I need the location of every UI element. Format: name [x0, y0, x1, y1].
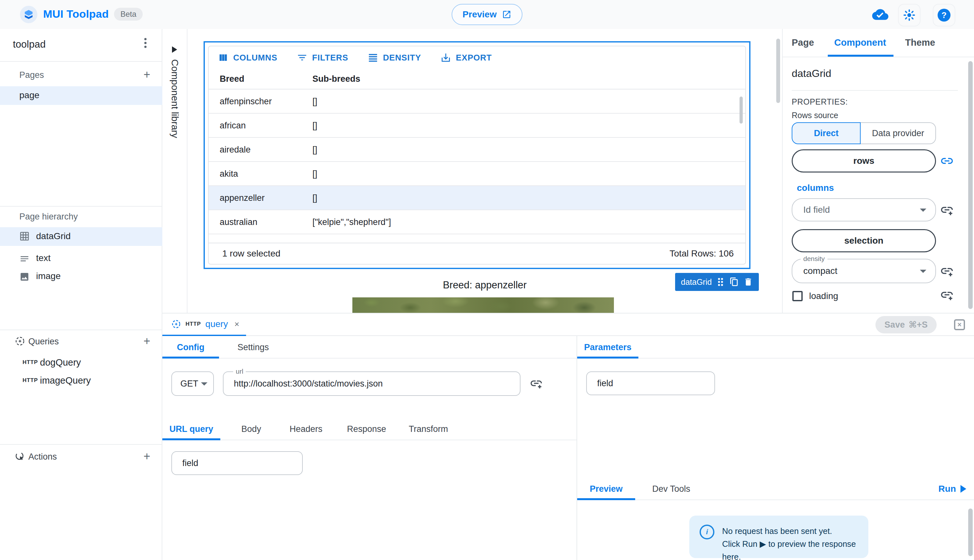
theme-toggle-button[interactable]: [898, 4, 921, 27]
grid-icon: [19, 231, 30, 242]
component-name-heading: dataGrid: [792, 68, 831, 80]
close-tab-icon[interactable]: ×: [234, 319, 239, 329]
chevron-down-icon: [920, 208, 926, 212]
add-page-button[interactable]: +: [140, 68, 153, 81]
tab-query[interactable]: HTTP query ×: [162, 313, 246, 336]
sidebar-item-text[interactable]: text: [0, 250, 162, 267]
tab-transform[interactable]: Transform: [402, 418, 455, 440]
add-action-button[interactable]: +: [140, 450, 153, 463]
export-button[interactable]: EXPORT: [440, 52, 492, 63]
active-tab-indicator: [162, 438, 220, 440]
add-binding-icon[interactable]: [530, 377, 543, 390]
http-query-icon: [171, 319, 181, 329]
inspector-scrollbar[interactable]: [968, 61, 973, 309]
tab-settings[interactable]: Settings: [231, 336, 276, 358]
sidebar-item-image[interactable]: image: [0, 268, 162, 285]
rows-source-direct-button[interactable]: Direct: [792, 122, 860, 144]
datagrid-component[interactable]: COLUMNS FILTERS DENSITY EXPORT Breed Sub…: [208, 46, 746, 265]
columns-editor-link[interactable]: columns: [797, 183, 834, 193]
selection-binding-button[interactable]: selection: [792, 229, 936, 252]
loading-checkbox[interactable]: [792, 291, 803, 301]
hierarchy-item-label: text: [36, 253, 50, 263]
tab-response[interactable]: Response: [341, 418, 392, 440]
filters-button[interactable]: FILTERS: [297, 52, 348, 63]
table-row[interactable]: akita []: [209, 162, 745, 186]
http-tag: HTTP: [185, 321, 201, 327]
method-select[interactable]: GET: [171, 372, 214, 396]
tab-theme[interactable]: Theme: [905, 37, 935, 48]
sidebar-item-datagrid[interactable]: dataGrid: [0, 227, 162, 246]
play-icon: [961, 485, 966, 493]
sidebar-item-page[interactable]: page: [0, 86, 162, 105]
component-library-label[interactable]: Component library: [169, 59, 180, 138]
tab-config[interactable]: Config: [162, 336, 219, 358]
tab-body[interactable]: Body: [232, 418, 271, 440]
add-binding-icon[interactable]: [940, 203, 954, 217]
page-canvas[interactable]: COLUMNS FILTERS DENSITY EXPORT Breed Sub…: [187, 29, 782, 313]
filter-list-icon: [297, 52, 307, 63]
preview-button[interactable]: Preview: [451, 4, 523, 25]
save-button[interactable]: Save ⌘+S: [875, 316, 937, 333]
tab-dev-tools[interactable]: Dev Tools: [643, 478, 700, 500]
sidebar-item-dogquery[interactable]: HTTP dogQuery: [0, 355, 162, 371]
add-binding-icon[interactable]: [940, 264, 954, 278]
cell-breed: airedale: [220, 145, 251, 155]
table-row[interactable]: affenpinscher []: [209, 90, 745, 113]
close-panel-icon[interactable]: ×: [954, 319, 965, 330]
expand-library-icon[interactable]: [171, 46, 178, 53]
tab-page[interactable]: Page: [792, 37, 814, 48]
add-query-button[interactable]: +: [140, 335, 153, 348]
save-button-label: Save: [884, 320, 905, 330]
app-window: MUI Toolpad Beta Preview ?: [0, 0, 974, 560]
column-header-subbreeds[interactable]: Sub-breeds: [312, 74, 361, 84]
sidebar-item-imagequery[interactable]: HTTP imageQuery: [0, 373, 162, 389]
loading-label: loading: [809, 291, 838, 301]
parameter-field-input[interactable]: field: [586, 372, 715, 395]
project-menu-icon[interactable]: [144, 38, 147, 48]
tab-component[interactable]: Component: [834, 37, 886, 48]
table-row[interactable]: african []: [209, 113, 745, 138]
cell-breed: affenpinscher: [220, 96, 272, 106]
rows-binding-button[interactable]: rows: [792, 149, 936, 173]
export-button-label: EXPORT: [456, 53, 492, 63]
url-input[interactable]: url http://localhost:3000/static/movies.…: [223, 372, 521, 396]
page-hierarchy-header: Page hierarchy: [19, 212, 78, 222]
image-component[interactable]: [353, 297, 614, 313]
datagrid-scrollbar[interactable]: [740, 97, 743, 123]
query-editor-panel: HTTP query × Save ⌘+S × Config Settings …: [162, 313, 974, 560]
download-icon: [440, 52, 451, 63]
url-query-field-input[interactable]: field: [171, 451, 303, 475]
save-shortcut: ⌘+S: [909, 320, 927, 330]
rows-source-dataprovider-button[interactable]: Data provider: [860, 122, 936, 144]
light-mode-icon: [903, 9, 916, 22]
tab-parameters[interactable]: Parameters: [577, 336, 638, 358]
tab-headers[interactable]: Headers: [284, 418, 329, 440]
tab-url-query[interactable]: URL query: [162, 418, 220, 440]
chevron-down-icon: [201, 382, 207, 385]
cell-subbreeds: ["kelpie","shepherd"]: [312, 217, 391, 227]
canvas-scrollbar[interactable]: [776, 38, 780, 103]
tab-preview[interactable]: Preview: [577, 478, 635, 500]
datagrid-toolbar: COLUMNS FILTERS DENSITY EXPORT: [218, 46, 492, 69]
table-row[interactable]: australian ["kelpie","shepherd"]: [209, 210, 745, 234]
table-row[interactable]: airedale []: [209, 138, 745, 162]
cell-subbreeds: []: [312, 96, 317, 106]
link-icon[interactable]: [940, 154, 954, 168]
id-field-select[interactable]: Id field: [792, 198, 936, 222]
density-select[interactable]: density compact: [792, 259, 936, 283]
column-header-breed[interactable]: Breed: [220, 74, 244, 84]
image-icon: [19, 272, 30, 282]
alert-line2: Click Run ▶ to preview the response here…: [722, 537, 860, 560]
columns-button[interactable]: COLUMNS: [218, 52, 277, 63]
density-button[interactable]: DENSITY: [368, 52, 421, 63]
help-button[interactable]: ?: [933, 4, 955, 27]
project-name: toolpad: [13, 38, 46, 50]
preview-scrollbar[interactable]: [968, 508, 973, 556]
text-component[interactable]: Breed: appenzeller: [187, 279, 782, 291]
help-icon: ?: [937, 9, 951, 22]
table-row-selected[interactable]: appenzeller []: [209, 186, 745, 210]
cell-breed: akita: [220, 168, 238, 178]
run-button[interactable]: Run: [939, 478, 966, 500]
add-binding-icon[interactable]: [940, 288, 954, 302]
active-tab-indicator: [577, 357, 638, 358]
